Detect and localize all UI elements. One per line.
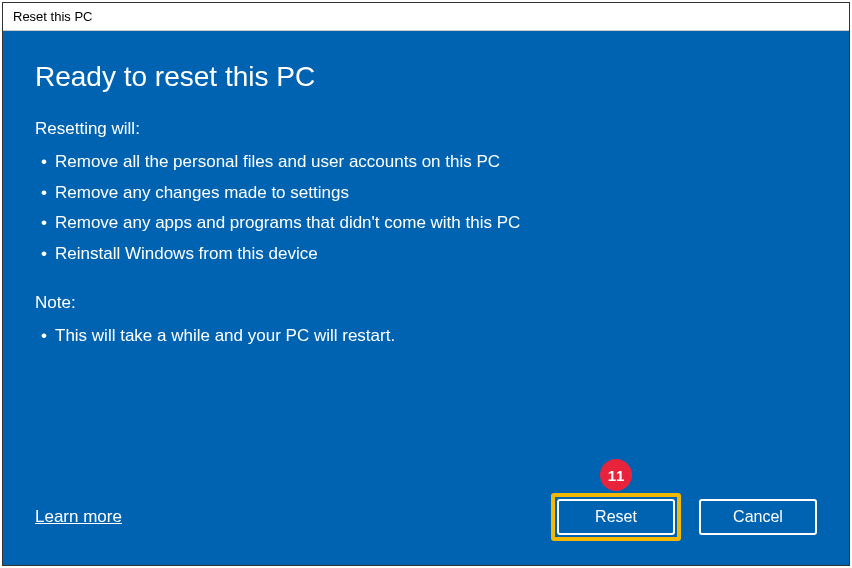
list-item: Remove all the personal files and user a… bbox=[35, 147, 817, 178]
resetting-label: Resetting will: bbox=[35, 119, 817, 139]
step-badge: 11 bbox=[600, 459, 632, 491]
button-row: 11 Reset Cancel bbox=[551, 493, 817, 541]
titlebar: Reset this PC bbox=[3, 3, 849, 31]
cancel-button[interactable]: Cancel bbox=[699, 499, 817, 535]
dialog-heading: Ready to reset this PC bbox=[35, 61, 817, 93]
list-item: Reinstall Windows from this device bbox=[35, 239, 817, 270]
learn-more-link[interactable]: Learn more bbox=[35, 507, 122, 527]
reset-button[interactable]: Reset bbox=[557, 499, 675, 535]
note-label: Note: bbox=[35, 293, 817, 313]
dialog-content: Ready to reset this PC Resetting will: R… bbox=[3, 31, 849, 565]
list-item: Remove any apps and programs that didn't… bbox=[35, 208, 817, 239]
reset-pc-dialog: Reset this PC Ready to reset this PC Res… bbox=[2, 2, 850, 566]
resetting-list: Remove all the personal files and user a… bbox=[35, 147, 817, 269]
list-item: This will take a while and your PC will … bbox=[35, 321, 817, 352]
window-title: Reset this PC bbox=[13, 9, 92, 24]
step-highlight: 11 Reset bbox=[551, 493, 681, 541]
list-item: Remove any changes made to settings bbox=[35, 178, 817, 209]
dialog-footer: Learn more 11 Reset Cancel bbox=[35, 493, 817, 541]
note-list: This will take a while and your PC will … bbox=[35, 321, 817, 352]
